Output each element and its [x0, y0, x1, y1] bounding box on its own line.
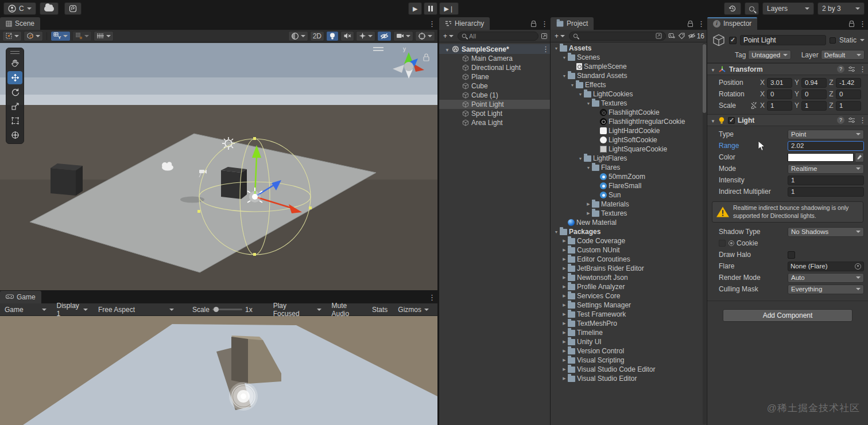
undo-history-button[interactable]: [724, 2, 741, 15]
project-item[interactable]: ▼ Effects: [551, 80, 707, 89]
project-item[interactable]: FlareSmall: [551, 181, 707, 190]
scene-visibility-button[interactable]: [377, 31, 392, 41]
grid-visibility-button[interactable]: [94, 31, 114, 41]
project-item[interactable]: ▼ Flares: [551, 163, 707, 172]
project-item[interactable]: ▶ Visual Scripting: [551, 356, 707, 365]
project-item[interactable]: ▼ Standard Assets: [551, 71, 707, 80]
help-icon[interactable]: ?: [837, 65, 844, 73]
project-item[interactable]: ▼ Packages: [551, 227, 707, 236]
project-item[interactable]: ▶ Unity UI: [551, 337, 707, 346]
version-control-button[interactable]: [64, 2, 82, 15]
hand-tool-button[interactable]: [7, 57, 22, 70]
tree-arrow[interactable]: ▼: [577, 157, 584, 161]
shading-mode-button[interactable]: [288, 31, 308, 41]
foldout-icon[interactable]: [711, 116, 715, 124]
preset-icon[interactable]: [848, 66, 855, 72]
lock-icon[interactable]: [849, 23, 854, 27]
hierarchy-item[interactable]: Cube (1): [439, 91, 550, 100]
tab-hierarchy[interactable]: Hierarchy: [439, 17, 490, 30]
scene-menu-kebab[interactable]: [428, 20, 434, 28]
tree-arrow[interactable]: ▶: [561, 284, 568, 289]
hierarchy-item[interactable]: Plane: [439, 72, 550, 81]
preset-icon[interactable]: [848, 117, 855, 123]
search-button[interactable]: [745, 2, 759, 15]
position-z-field[interactable]: [836, 78, 861, 88]
hierarchy-item[interactable]: Directional Light: [439, 63, 550, 72]
effects-toggle-button[interactable]: [356, 31, 375, 41]
shadow-type-dropdown[interactable]: No Shadows: [788, 227, 864, 237]
project-item[interactable]: FlashlightCookie: [551, 108, 707, 117]
transform-header[interactable]: Transform ?: [707, 63, 868, 75]
mute-audio-toggle[interactable]: Mute Audio: [328, 303, 366, 315]
project-item[interactable]: ▶ Custom NUnit: [551, 245, 707, 255]
lock-icon[interactable]: [688, 23, 693, 27]
account-button[interactable]: C: [3, 2, 36, 15]
position-x-field[interactable]: [767, 78, 792, 88]
tree-arrow[interactable]: ▶: [585, 202, 592, 206]
project-item[interactable]: LightSoftCookie: [551, 135, 707, 145]
project-item[interactable]: SampleScene: [551, 62, 707, 71]
project-item[interactable]: ▼ Assets: [551, 44, 707, 53]
tree-arrow[interactable]: ▼: [585, 102, 592, 106]
tab-project[interactable]: Project: [551, 17, 594, 30]
project-item[interactable]: ▶ TextMeshPro: [551, 319, 707, 328]
project-item[interactable]: LightSquareCookie: [551, 145, 707, 154]
tree-arrow[interactable]: ▶: [585, 211, 592, 216]
hierarchy-item[interactable]: Point Light: [439, 100, 550, 109]
tree-arrow[interactable]: ▶: [561, 330, 568, 335]
gizmos-dropdown[interactable]: Gizmos: [394, 303, 433, 315]
project-item[interactable]: ▶ Materials: [551, 200, 707, 209]
scale-tool-button[interactable]: [7, 100, 22, 113]
tree-arrow[interactable]: ▼: [553, 46, 560, 50]
inspector-menu-kebab[interactable]: [859, 20, 865, 28]
tree-arrow[interactable]: ▶: [561, 248, 568, 252]
game-menu-kebab[interactable]: [428, 294, 434, 301]
scene-viewport[interactable]: y: [0, 43, 437, 290]
create-object-button[interactable]: +: [441, 32, 455, 40]
scale-z-field[interactable]: [836, 101, 861, 111]
search-by-label-icon[interactable]: [678, 33, 685, 40]
project-item[interactable]: ▶ Visual Studio Code Editor: [551, 365, 707, 374]
step-button[interactable]: ▶❘: [440, 2, 459, 15]
culling-mask-dropdown[interactable]: Everything: [788, 284, 864, 294]
play-button[interactable]: ▶: [408, 2, 422, 15]
project-item[interactable]: ▶ Version Control: [551, 346, 707, 356]
project-item[interactable]: ▶ JetBrains Rider Editor: [551, 264, 707, 273]
tree-arrow[interactable]: ▶: [561, 303, 568, 307]
component-kebab[interactable]: [859, 65, 865, 73]
tree-arrow[interactable]: ▼: [585, 166, 592, 170]
project-item[interactable]: 50mmZoom: [551, 172, 707, 181]
tree-arrow[interactable]: ▼: [569, 83, 576, 87]
audio-mute-button[interactable]: [340, 31, 354, 41]
tree-arrow[interactable]: ▶: [561, 275, 568, 280]
project-item[interactable]: ▶ Textures: [551, 209, 707, 218]
project-item[interactable]: ▶ Timeline: [551, 328, 707, 337]
tree-arrow[interactable]: ▶: [561, 349, 568, 353]
hierarchy-item[interactable]: Area Light: [439, 118, 550, 127]
layer-dropdown[interactable]: Default: [821, 50, 865, 60]
foldout-icon[interactable]: [711, 65, 715, 73]
indirect-multiplier-field[interactable]: [788, 187, 864, 197]
cookie-row[interactable]: Cookie: [707, 237, 868, 249]
hierarchy-scene-row[interactable]: SampleScene*: [439, 44, 550, 54]
render-mode-dropdown[interactable]: Auto: [788, 273, 864, 283]
active-checkbox[interactable]: [729, 37, 737, 44]
grid-snap-button[interactable]: Y: [51, 31, 71, 41]
project-item[interactable]: ▶ Test Framework: [551, 310, 707, 319]
tree-arrow[interactable]: ▶: [561, 340, 568, 344]
position-y-field[interactable]: [801, 78, 827, 88]
help-icon[interactable]: ?: [837, 116, 844, 124]
object-picker-icon[interactable]: [855, 263, 861, 270]
layout-dropdown[interactable]: 2 by 3: [817, 2, 865, 15]
light-type-dropdown[interactable]: Point: [788, 130, 864, 139]
project-scrollbar[interactable]: [703, 43, 706, 424]
project-item[interactable]: New Material: [551, 218, 707, 227]
hierarchy-item[interactable]: Spot Light: [439, 109, 550, 118]
snap-increment-button[interactable]: [72, 31, 92, 41]
project-item[interactable]: FlashlightIrregularCookie: [551, 117, 707, 126]
scale-slider[interactable]: [212, 309, 242, 310]
project-item[interactable]: ▶ Code Coverage: [551, 236, 707, 245]
project-item[interactable]: ▶ Settings Manager: [551, 301, 707, 310]
layers-dropdown[interactable]: Layers: [762, 2, 814, 15]
tab-inspector[interactable]: i Inspector: [707, 17, 757, 30]
